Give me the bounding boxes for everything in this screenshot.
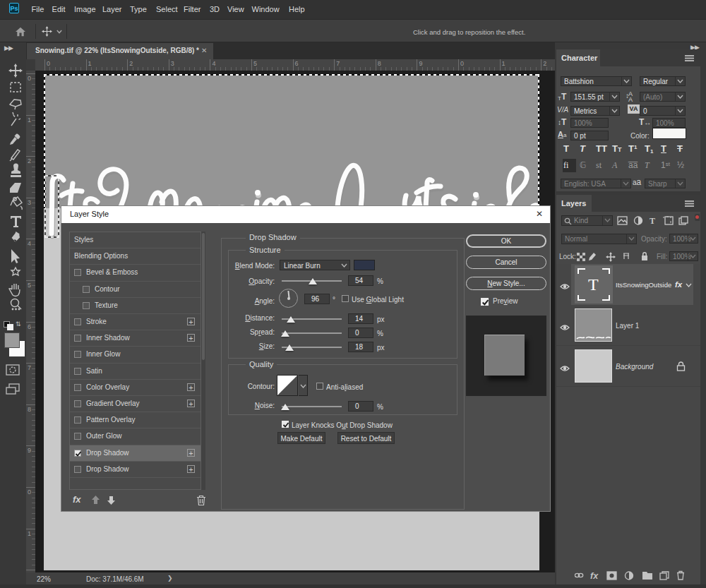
svg-text:fx: fx bbox=[590, 571, 599, 581]
svg-text:T: T bbox=[650, 216, 655, 226]
